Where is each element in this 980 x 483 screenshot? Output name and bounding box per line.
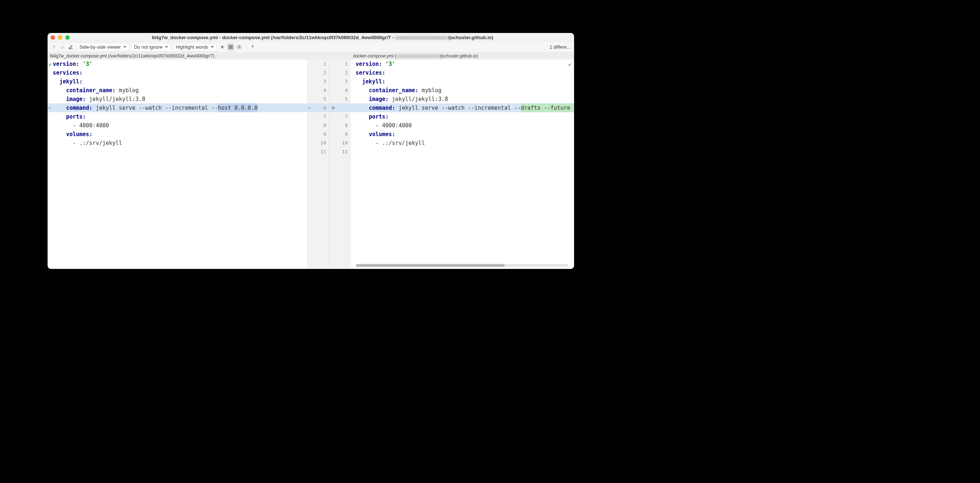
- code-line[interactable]: [48, 147, 307, 156]
- left-file-path: 6i4g7w_docker-compose.yml (/var/folders/…: [48, 52, 307, 60]
- line-number: 2: [307, 69, 329, 77]
- traffic-lights: [51, 35, 70, 40]
- settings-button[interactable]: [235, 43, 243, 51]
- zoom-window-button[interactable]: [65, 35, 70, 40]
- chevron-down-icon: [211, 46, 213, 48]
- highlight-mode-select[interactable]: Highlight words: [173, 43, 216, 51]
- diff-body: ✔ version: '3'services: jekyll: containe…: [48, 60, 574, 269]
- code-line[interactable]: command: jekyll serve --watch --incremen…: [351, 104, 574, 112]
- line-number: 4: [329, 86, 350, 95]
- line-number: 1: [329, 60, 350, 69]
- edit-icon[interactable]: [67, 43, 75, 51]
- line-number: 3: [307, 77, 329, 86]
- code-line[interactable]: - .:/srv/jekyll: [48, 139, 307, 147]
- code-line[interactable]: image: jekyll/jekyll:3.8: [351, 95, 574, 104]
- code-line[interactable]: - 4000:4000: [351, 121, 574, 130]
- line-number: 1: [307, 60, 329, 69]
- line-number: 8: [307, 121, 329, 130]
- code-line[interactable]: ports:: [48, 112, 307, 121]
- line-number: 10: [329, 139, 350, 147]
- next-diff-button[interactable]: [59, 43, 66, 51]
- code-line[interactable]: [351, 147, 574, 156]
- sync-scroll-button[interactable]: [227, 43, 234, 51]
- help-button[interactable]: [249, 43, 256, 51]
- code-line[interactable]: container_name: myblog: [351, 86, 574, 95]
- right-file-path-redacted: xxxxxxxxxxxxxxxxxxxx: [396, 53, 440, 58]
- collapse-unchanged-button[interactable]: [219, 43, 226, 51]
- line-number: 7: [307, 112, 329, 121]
- line-number: 7: [329, 112, 350, 121]
- diff-count-label: 1 differe…: [550, 44, 571, 50]
- svg-point-2: [239, 46, 240, 48]
- file-paths-row: 6i4g7w_docker-compose.yml (/var/folders/…: [48, 52, 574, 60]
- window-title-left: 6i4g7w_docker-compose.yml - docker-compo…: [152, 35, 395, 40]
- line-number: 6⇥: [329, 104, 350, 112]
- gutter-header: [307, 52, 351, 60]
- viewer-mode-select[interactable]: Side-by-side viewer: [77, 43, 129, 51]
- ignore-mode-select[interactable]: Do not ignore: [131, 43, 171, 51]
- line-number: 2: [329, 69, 350, 77]
- right-file-path-b: /jschuster.github.io): [440, 53, 478, 58]
- code-line[interactable]: jekyll:: [351, 77, 574, 86]
- code-line[interactable]: container_name: myblog: [48, 86, 307, 95]
- left-code: version: '3'services: jekyll: container_…: [48, 60, 307, 156]
- line-number: 11: [307, 147, 329, 156]
- code-line[interactable]: image: jekyll/jekyll:3.8: [48, 95, 307, 104]
- chevron-down-icon: [123, 46, 126, 48]
- window-title-redacted: xxxxxxxxxxxxxxxxxxxx: [395, 35, 448, 40]
- diff-window: 6i4g7w_docker-compose.yml - docker-compo…: [48, 33, 574, 269]
- viewer-mode-label: Side-by-side viewer: [80, 44, 121, 50]
- code-line[interactable]: jekyll:: [48, 77, 307, 86]
- line-number: 6⇤: [307, 104, 329, 112]
- line-number: 11: [329, 147, 350, 156]
- line-number: 8: [329, 121, 350, 130]
- window-title-right: /jschuster.github.io): [448, 35, 493, 40]
- window-title: 6i4g7w_docker-compose.yml - docker-compo…: [74, 35, 571, 41]
- toolbar-separator: [246, 43, 246, 50]
- scrollbar-thumb[interactable]: [356, 264, 505, 267]
- code-line[interactable]: ports:: [351, 112, 574, 121]
- line-number: 3: [329, 77, 350, 86]
- code-line[interactable]: - .:/srv/jekyll: [351, 139, 574, 147]
- code-line[interactable]: - 4000:4000: [48, 121, 307, 130]
- highlight-mode-label: Highlight words: [175, 44, 208, 50]
- code-line[interactable]: version: '3': [48, 60, 307, 69]
- line-number: 9: [307, 130, 329, 139]
- code-line[interactable]: services:: [351, 69, 574, 77]
- code-line[interactable]: version: '3': [351, 60, 574, 69]
- apply-right-icon: ⇥: [332, 104, 334, 112]
- left-pane[interactable]: ✔ version: '3'services: jekyll: containe…: [48, 60, 307, 269]
- chevron-down-icon: [165, 46, 168, 48]
- right-gutter: 123456⇥7891011: [329, 60, 351, 269]
- left-gutter: 123456⇤7891011: [307, 60, 329, 269]
- line-number: 9: [329, 130, 350, 139]
- titlebar: 6i4g7w_docker-compose.yml - docker-compo…: [48, 33, 574, 42]
- code-line[interactable]: volumes:: [48, 130, 307, 139]
- right-file-path-a: docker-compose.yml (: [353, 53, 396, 58]
- left-change-marker: [48, 107, 51, 109]
- line-number: 5: [307, 95, 329, 104]
- svg-point-3: [252, 48, 253, 48]
- ignore-mode-label: Do not ignore: [134, 44, 162, 50]
- code-line[interactable]: services:: [48, 69, 307, 77]
- code-line[interactable]: volumes:: [351, 130, 574, 139]
- line-number: 4: [307, 86, 329, 95]
- close-window-button[interactable]: [51, 35, 55, 40]
- horizontal-scrollbar[interactable]: [356, 264, 569, 267]
- line-number: 10: [307, 139, 329, 147]
- toolbar: Side-by-side viewer Do not ignore Highli…: [48, 42, 574, 52]
- prev-diff-button[interactable]: [51, 43, 58, 51]
- line-number: 5: [329, 95, 350, 104]
- right-file-path: docker-compose.yml (xxxxxxxxxxxxxxxxxxxx…: [351, 52, 574, 60]
- apply-left-icon: ⇤: [309, 104, 311, 112]
- code-line[interactable]: command: jekyll serve --watch --incremen…: [48, 104, 307, 112]
- right-pane[interactable]: ✔ version: '3'services: jekyll: containe…: [351, 60, 574, 269]
- right-code: version: '3'services: jekyll: container_…: [351, 60, 574, 156]
- minimize-window-button[interactable]: [58, 35, 62, 40]
